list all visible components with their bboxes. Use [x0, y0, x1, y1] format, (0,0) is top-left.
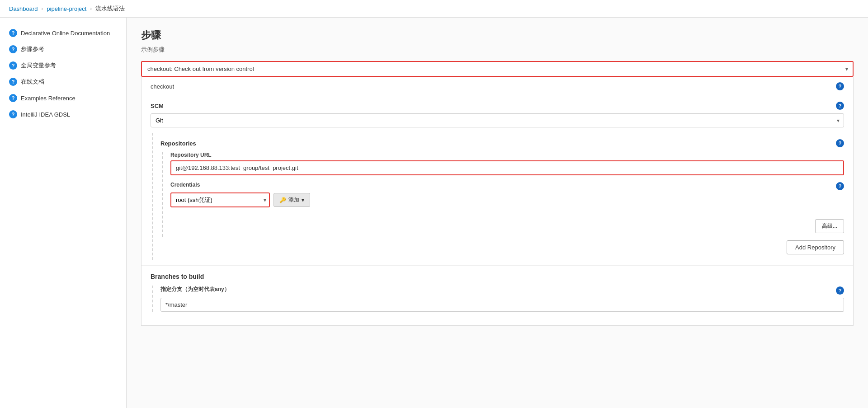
add-repository-button[interactable]: Add Repository — [787, 240, 844, 254]
sidebar-item-label-declarative: Declarative Online Documentation — [21, 30, 110, 37]
breadcrumb-sep-1: › — [42, 6, 43, 11]
scm-select-wrapper: GitSubversion ▾ — [151, 113, 844, 127]
sidebar: ? Declarative Online Documentation ? 步骤参… — [0, 18, 127, 408]
sidebar-item-label-steps: 步骤参考 — [21, 45, 44, 53]
help-icon-examples: ? — [9, 94, 17, 102]
credentials-label: Credentials — [170, 182, 200, 188]
advanced-button[interactable]: 高级... — [815, 219, 844, 233]
sidebar-item-examples[interactable]: ? Examples Reference — [0, 90, 126, 106]
credentials-help-icon[interactable]: ? — [836, 182, 844, 190]
help-icon-declarative: ? — [9, 29, 17, 37]
branches-header: Branches to build — [151, 273, 844, 280]
repositories-section: Repositories ? Repository URL — [152, 133, 844, 260]
sidebar-item-label-examples: Examples Reference — [21, 95, 75, 102]
step-selector[interactable]: checkout: Check out from version control — [141, 61, 854, 77]
sidebar-item-intellij[interactable]: ? IntelliJ IDEA GDSL — [0, 106, 126, 122]
scm-label: SCM — [151, 103, 164, 109]
repositories-help-icon[interactable]: ? — [836, 139, 844, 147]
sidebar-item-global-vars[interactable]: ? 全局变量参考 — [0, 57, 126, 74]
breadcrumb-dashboard[interactable]: Dashboard — [9, 5, 38, 12]
breadcrumb-project[interactable]: pipeline-project — [47, 5, 86, 12]
repository-url-label: Repository URL — [170, 152, 844, 158]
page-title: 步骤 — [141, 28, 854, 42]
scm-help-icon[interactable]: ? — [836, 102, 844, 110]
help-icon-global: ? — [9, 61, 17, 70]
breadcrumb-current: 流水线语法 — [95, 5, 125, 13]
help-icon-steps: ? — [9, 45, 17, 53]
sidebar-item-online-docs[interactable]: ? 在线文档 — [0, 74, 126, 90]
branches-section: Branches to build 指定分支（为空时代表any） ? — [142, 266, 853, 325]
add-credentials-button[interactable]: 🔑 添加 ▾ — [274, 193, 310, 207]
dropdown-arrow-icon: ▾ — [302, 197, 304, 203]
sidebar-item-label-intellij: IntelliJ IDEA GDSL — [21, 111, 70, 118]
scm-select[interactable]: GitSubversion — [151, 113, 844, 127]
repositories-label: Repositories — [160, 140, 196, 147]
key-icon: 🔑 — [279, 197, 286, 203]
breadcrumb: Dashboard › pipeline-project › 流水线语法 — [0, 0, 868, 18]
breadcrumb-sep-2: › — [90, 6, 92, 11]
credentials-group: Credentials ? root (ssh凭证)- 无 - ▾ 🔑 — [170, 182, 844, 207]
sidebar-item-label-online: 在线文档 — [21, 78, 44, 86]
branch-help-icon[interactable]: ? — [836, 286, 844, 295]
section-label: 示例步骤 — [141, 46, 854, 54]
help-icon-intellij: ? — [9, 110, 17, 118]
sidebar-item-label-global: 全局变量参考 — [21, 61, 56, 70]
step-selector-wrapper: checkout: Check out from version control… — [141, 61, 854, 77]
credentials-row: root (ssh凭证)- 无 - ▾ 🔑 添加 ▾ — [170, 192, 844, 207]
help-icon-online: ? — [9, 78, 17, 86]
checkout-help-icon[interactable]: ? — [836, 82, 844, 90]
credentials-select[interactable]: root (ssh凭证)- 无 - — [170, 192, 270, 207]
scm-row: SCM ? GitSubversion ▾ Repositories ? — [142, 96, 853, 266]
branch-specifier-label: 指定分支（为空时代表any） — [160, 286, 230, 293]
add-repository-row: Add Repository — [160, 237, 844, 260]
buttons-row: 高级... — [170, 214, 844, 237]
panel: checkout ? SCM ? GitSubversion ▾ Reposit… — [141, 77, 854, 326]
sidebar-item-steps-ref[interactable]: ? 步骤参考 — [0, 41, 126, 57]
branch-specifier-input[interactable] — [160, 298, 844, 312]
scm-header: SCM ? — [151, 102, 844, 110]
main-content: 步骤 示例步骤 checkout: Check out from version… — [127, 18, 868, 408]
sidebar-item-declarative-docs[interactable]: ? Declarative Online Documentation — [0, 25, 126, 41]
repository-url-group: Repository URL — [170, 152, 844, 175]
checkout-label: checkout — [151, 83, 174, 90]
branches-fields: 指定分支（为空时代表any） ? — [152, 286, 844, 312]
repository-url-input[interactable] — [170, 160, 844, 175]
branches-title: Branches to build — [151, 273, 204, 280]
checkout-section: checkout ? — [142, 77, 853, 96]
repositories-header: Repositories ? — [160, 133, 844, 152]
add-credentials-label: 添加 — [288, 196, 299, 204]
credentials-select-wrapper: root (ssh凭证)- 无 - ▾ — [170, 192, 270, 207]
branch-specifier-group: 指定分支（为空时代表any） ? — [160, 286, 844, 312]
repo-fields: Repository URL Credentials ? root — [162, 152, 844, 237]
